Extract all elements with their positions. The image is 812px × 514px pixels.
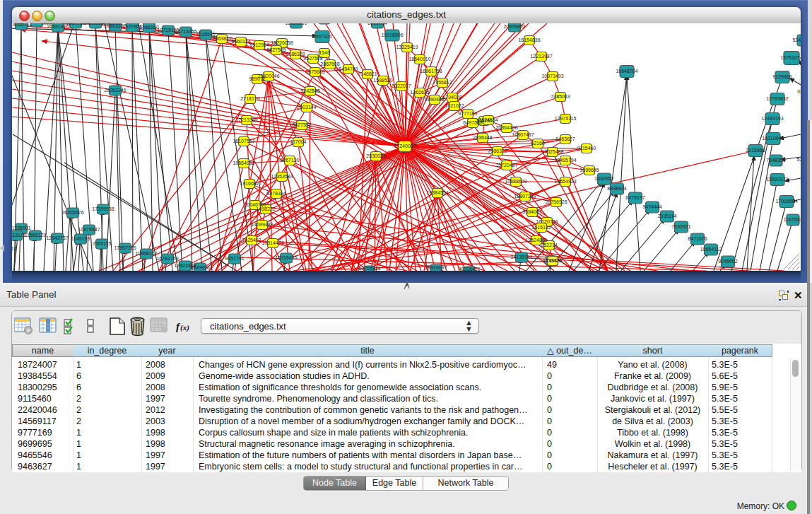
svg-text:12942737: 12942737 xyxy=(46,235,68,240)
svg-text:6794028: 6794028 xyxy=(442,95,461,100)
svg-text:18495794: 18495794 xyxy=(554,158,576,163)
svg-text:10688609: 10688609 xyxy=(505,179,526,184)
svg-text:20364436: 20364436 xyxy=(495,125,517,130)
svg-text:19654923: 19654923 xyxy=(554,179,576,184)
svg-text:11568129: 11568129 xyxy=(25,233,47,238)
svg-text:16210643: 16210643 xyxy=(762,136,784,141)
svg-text:1615132: 1615132 xyxy=(531,225,551,230)
svg-text:16782759: 16782759 xyxy=(156,256,178,261)
svg-text:6466160: 6466160 xyxy=(139,25,158,30)
svg-text:10975887: 10975887 xyxy=(78,227,100,232)
svg-text:3675685: 3675685 xyxy=(305,69,324,74)
svg-text:9777169: 9777169 xyxy=(458,111,477,116)
svg-text:7632621: 7632621 xyxy=(671,224,690,229)
svg-text:7955812: 7955812 xyxy=(433,80,452,85)
svg-text:15226058: 15226058 xyxy=(271,40,293,45)
svg-text:1733426: 1733426 xyxy=(543,258,562,263)
svg-text:10654112: 10654112 xyxy=(700,247,722,252)
svg-text:29053346: 29053346 xyxy=(104,88,126,93)
svg-text:9384067: 9384067 xyxy=(522,209,541,214)
svg-text:3824534: 3824534 xyxy=(478,117,498,122)
svg-text:9245652: 9245652 xyxy=(718,259,737,264)
svg-text:9115460: 9115460 xyxy=(577,146,596,151)
svg-text:8813054: 8813054 xyxy=(367,23,387,25)
svg-text:26916697: 26916697 xyxy=(425,265,447,270)
svg-text:20876852: 20876852 xyxy=(503,24,525,29)
svg-text:15716485: 15716485 xyxy=(275,255,297,260)
svg-text:1588520: 1588520 xyxy=(373,78,392,83)
svg-text:9463627: 9463627 xyxy=(555,136,575,141)
svg-text:19384554: 19384554 xyxy=(426,190,448,195)
svg-text:10958167: 10958167 xyxy=(135,251,157,256)
svg-text:6479197: 6479197 xyxy=(625,195,645,200)
svg-text:90838637: 90838637 xyxy=(84,23,106,25)
svg-text:62704828: 62704828 xyxy=(358,266,380,271)
svg-text:1699695: 1699695 xyxy=(579,168,599,173)
svg-text:32871012: 32871012 xyxy=(12,246,17,251)
svg-text:16648784: 16648784 xyxy=(616,69,637,74)
svg-text:62160: 62160 xyxy=(531,141,545,146)
svg-text:9129966: 9129966 xyxy=(772,74,792,79)
svg-text:9827505: 9827505 xyxy=(266,47,286,52)
svg-text:2603144: 2603144 xyxy=(297,105,316,110)
svg-text:12213369: 12213369 xyxy=(235,117,257,122)
svg-text:9457791: 9457791 xyxy=(225,256,244,261)
svg-text:7663822: 7663822 xyxy=(212,36,231,41)
svg-text:10807487: 10807487 xyxy=(512,132,534,137)
svg-text:7625402: 7625402 xyxy=(242,238,261,243)
svg-text:2936448: 2936448 xyxy=(473,135,492,140)
svg-text:8454749: 8454749 xyxy=(339,66,358,71)
svg-text:10025488: 10025488 xyxy=(541,149,563,154)
svg-text:19654955: 19654955 xyxy=(233,160,254,165)
svg-text:1546: 1546 xyxy=(319,50,330,55)
svg-text:12213987: 12213987 xyxy=(530,54,552,59)
svg-text:12444193: 12444193 xyxy=(761,116,783,121)
svg-text:12975115: 12975115 xyxy=(555,116,577,121)
svg-text:16154836: 16154836 xyxy=(518,37,540,42)
svg-text:8322037: 8322037 xyxy=(392,83,411,88)
svg-text:14099489: 14099489 xyxy=(251,222,273,227)
svg-text:8427552: 8427552 xyxy=(292,122,311,127)
svg-text:9242848: 9242848 xyxy=(300,88,319,93)
svg-text:17240007: 17240007 xyxy=(394,144,416,148)
svg-text:20756928: 20756928 xyxy=(545,199,567,204)
svg-text:17957225: 17957225 xyxy=(114,245,136,250)
svg-text:19524851: 19524851 xyxy=(525,238,547,243)
svg-text:989012: 989012 xyxy=(249,76,265,81)
svg-text:18807249: 18807249 xyxy=(514,194,536,199)
svg-text:3267130: 3267130 xyxy=(280,158,299,163)
svg-text:26206576: 26206576 xyxy=(61,210,83,215)
svg-text:53419283: 53419283 xyxy=(792,37,801,42)
svg-text:7986322: 7986322 xyxy=(488,148,507,153)
svg-text:8660124: 8660124 xyxy=(231,39,250,44)
svg-text:9600133: 9600133 xyxy=(66,23,85,25)
svg-text:(x): (x) xyxy=(180,323,189,332)
svg-text:16107552: 16107552 xyxy=(233,139,254,144)
svg-text:7485063: 7485063 xyxy=(551,94,570,99)
svg-text:2718176: 2718176 xyxy=(240,96,259,101)
svg-text:8912954: 8912954 xyxy=(249,42,269,47)
svg-text:2505115: 2505115 xyxy=(93,241,112,246)
svg-text:15751074: 15751074 xyxy=(780,55,801,60)
svg-text:10433218: 10433218 xyxy=(25,23,47,24)
svg-text:16120746: 16120746 xyxy=(536,219,558,224)
svg-text:10914479: 10914479 xyxy=(261,240,283,245)
svg-text:10973493: 10973493 xyxy=(541,74,563,78)
svg-text:2530023: 2530023 xyxy=(366,153,385,158)
svg-text:1498222: 1498222 xyxy=(256,206,275,211)
svg-text:16961758: 16961758 xyxy=(420,69,442,74)
svg-text:1335001: 1335001 xyxy=(12,226,31,230)
svg-text:18640910: 18640910 xyxy=(408,57,430,62)
svg-text:7648350: 7648350 xyxy=(766,158,785,163)
svg-text:15692971: 15692971 xyxy=(766,177,788,182)
svg-text:1167533: 1167533 xyxy=(784,217,801,222)
svg-text:117004: 117004 xyxy=(290,139,307,144)
svg-text:8471676: 8471676 xyxy=(688,236,707,241)
svg-text:12353584: 12353584 xyxy=(271,174,293,179)
svg-text:16033809: 16033809 xyxy=(285,23,307,25)
svg-text:8990448: 8990448 xyxy=(425,97,444,102)
svg-text:12093832: 12093832 xyxy=(766,96,788,101)
svg-text:14136941: 14136941 xyxy=(510,255,532,259)
svg-text:2867608: 2867608 xyxy=(320,62,339,66)
svg-text:1640952: 1640952 xyxy=(594,176,613,181)
